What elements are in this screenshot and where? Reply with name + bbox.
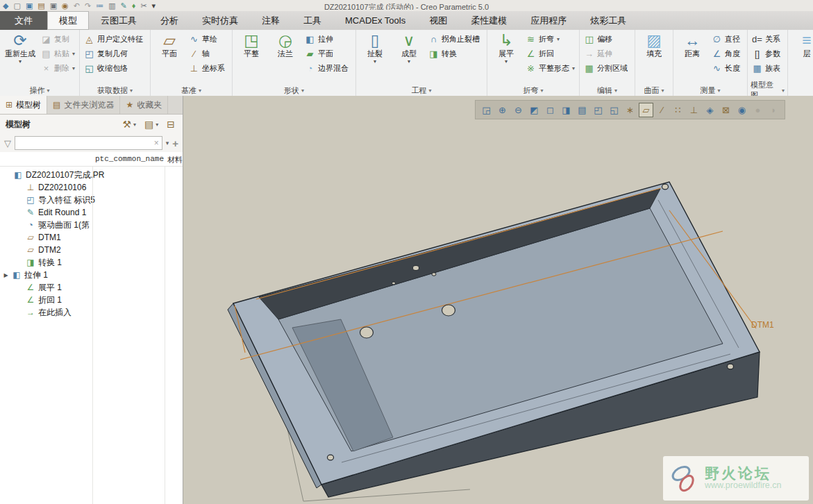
parameters-button[interactable]: [] 参数: [751, 48, 785, 60]
tab-analysis[interactable]: 分析: [149, 11, 190, 30]
family-table-button[interactable]: ▦ 族表: [751, 62, 785, 74]
datum-axis-button[interactable]: ∕ 轴: [187, 48, 229, 60]
form-button[interactable]: ∨ 成型 ▾: [393, 31, 425, 85]
dtm1-datum-label[interactable]: DTM1: [751, 320, 774, 330]
delete-button[interactable]: × 删除 ▾: [40, 62, 76, 74]
repaint-icon[interactable]: ◩: [527, 103, 542, 117]
tab-view[interactable]: 视图: [417, 11, 459, 30]
axis-display-icon[interactable]: ∕: [655, 103, 669, 117]
tree-filter-input[interactable]: ×: [15, 136, 162, 150]
diameter-button[interactable]: ∅ 直径: [710, 33, 744, 45]
flat-pattern-button[interactable]: ※ 平整形态 ▾: [524, 62, 576, 74]
flat-button[interactable]: ◳ 平整: [235, 31, 267, 85]
tree-edit-round-node[interactable]: ✎ Edit Round 1: [0, 206, 183, 219]
tab-flexible-modeling[interactable]: 柔性建模: [459, 11, 519, 30]
spin-center-icon[interactable]: ◈: [703, 103, 717, 117]
disabled-tool-1-icon[interactable]: ●: [751, 103, 765, 117]
nav-tab-model-tree[interactable]: ⊞ 模型树: [0, 96, 47, 114]
tree-csys-node[interactable]: ⊥ DZ20210106: [0, 181, 183, 194]
point-display-icon[interactable]: ∷: [671, 103, 685, 117]
tree-part-node[interactable]: ◧ DZ20210107完成.PR: [0, 169, 183, 181]
tree-display-options-button[interactable]: ▤ ▾: [144, 119, 158, 130]
tree-convert-node[interactable]: ◨ 转换 1: [0, 256, 183, 269]
distance-button[interactable]: ↔ 距离: [676, 31, 708, 85]
csys-display-icon[interactable]: ⊥: [687, 103, 701, 117]
sketch-button[interactable]: ∿ 草绘: [187, 33, 229, 45]
graphics-viewport[interactable]: DTM1 ◲⊕⊖◩◻◨▤◰◱∗▱∕∷⊥◈⊠◉●◗ 野火论坛 www.proewi…: [183, 96, 813, 504]
filter-dropdown-icon[interactable]: ▾: [166, 140, 169, 146]
tree-drive-surface-node[interactable]: ◔ 驱动曲面 1(第: [0, 219, 183, 231]
layers-button[interactable]: ≡ 层: [791, 31, 813, 85]
extrude-button[interactable]: ◧ 拉伸: [303, 33, 353, 45]
nav-tab-folder-browser[interactable]: ▤ 文件夹浏览器: [47, 96, 120, 114]
copy-geometry-button[interactable]: ◰ 复制几何: [83, 48, 147, 60]
corner-relief-button[interactable]: ∩ 拐角止裂槽: [427, 33, 484, 45]
tab-mcadex-tools[interactable]: MCADEx Tools: [333, 11, 417, 30]
regenerate-button[interactable]: ⟳ 重新生成 ▾: [3, 31, 37, 85]
tab-applications[interactable]: 应用程序: [519, 11, 578, 30]
boundary-blend-button[interactable]: ◔ 边界混合: [303, 62, 353, 74]
tab-live-simulation[interactable]: 实时仿真: [190, 11, 250, 30]
datum-plane-button[interactable]: ▱ 平面: [153, 31, 185, 85]
zoom-in-icon[interactable]: ⊕: [495, 103, 510, 117]
group-label-surface[interactable]: 曲面▾: [638, 85, 670, 96]
user-defined-feature-button[interactable]: ◬ 用户定义特征: [83, 33, 147, 45]
expand-arrow-icon[interactable]: ▶: [3, 272, 9, 278]
view-add-icon[interactable]: ◱: [607, 103, 621, 117]
bend-back-button[interactable]: ∠ 折回: [524, 48, 576, 60]
column-ptc-common-name[interactable]: ptc_common_name: [95, 155, 164, 163]
filter-add-button[interactable]: +: [172, 137, 178, 149]
annotation-display-icon[interactable]: ⊠: [719, 103, 733, 117]
fill-button[interactable]: ▨ 填充: [638, 31, 670, 85]
group-label-measure[interactable]: 测量▾: [676, 85, 744, 96]
group-label-get-data[interactable]: 获取数据▾: [83, 85, 147, 96]
shrinkwrap-button[interactable]: ◱ 收缩包络: [83, 62, 147, 74]
tab-tools[interactable]: 工具: [292, 11, 333, 30]
tree-column-toggle-button[interactable]: ⊟: [167, 119, 177, 130]
flatten-button[interactable]: ↳ 展平 ▾: [490, 31, 522, 85]
offset-button[interactable]: ◫ 偏移: [582, 33, 632, 45]
coordinate-system-button[interactable]: ⊥ 坐标系: [187, 62, 229, 74]
plane-display-icon[interactable]: ▱: [639, 103, 653, 117]
bend-button[interactable]: ≋ 折弯 ▾: [524, 33, 576, 45]
display-style-icon[interactable]: ◻: [543, 103, 558, 117]
paste-button[interactable]: ▤ 粘贴 ▾: [40, 48, 76, 60]
tree-bend-back-node[interactable]: ∠ 折回 1: [0, 294, 183, 306]
tree-dtm1-node[interactable]: ▱ DTM1: [0, 231, 183, 244]
disabled-tool-2-icon[interactable]: ◗: [766, 103, 781, 117]
datum-display-filters-icon[interactable]: ∗: [623, 103, 637, 117]
3d-model-canvas[interactable]: DTM1: [183, 96, 813, 504]
tab-colorful-tools[interactable]: 炫彩工具: [578, 11, 638, 30]
group-label-datum[interactable]: 基准▾: [153, 85, 229, 96]
tab-annotate[interactable]: 注释: [250, 11, 292, 30]
zoom-out-icon[interactable]: ⊖: [511, 103, 526, 117]
relations-button[interactable]: d= 关系: [751, 33, 785, 45]
tree-flatten-node[interactable]: ∠ 展平 1: [0, 281, 183, 294]
length-button[interactable]: ∿ 长度: [710, 62, 744, 74]
saved-orientations-icon[interactable]: ◨: [559, 103, 573, 117]
column-material[interactable]: 材料: [167, 155, 183, 165]
rip-button[interactable]: ▯ 扯裂 ▾: [359, 31, 391, 85]
zoom-fit-icon[interactable]: ◲: [479, 103, 494, 117]
tab-cloud-tools[interactable]: 云图工具: [89, 11, 149, 30]
planar-button[interactable]: ▰ 平面: [303, 48, 353, 60]
nav-tab-favorites[interactable]: ★ 收藏夹: [120, 96, 168, 114]
tab-model[interactable]: 模型: [47, 11, 89, 30]
tree-settings-button[interactable]: ⚒ ▾: [122, 119, 136, 130]
view-normal-icon[interactable]: ◰: [591, 103, 605, 117]
object-tracking-icon[interactable]: ◉: [735, 103, 749, 117]
group-label-edit[interactable]: 编辑▾: [582, 85, 632, 96]
group-label-bend[interactable]: 折弯▾: [490, 85, 576, 96]
flange-button[interactable]: ◶ 法兰: [269, 31, 301, 85]
tree-dtm2-node[interactable]: ▱ DTM2: [0, 244, 183, 256]
group-label-operations[interactable]: 操作▾: [3, 85, 76, 96]
filter-clear-icon[interactable]: ×: [154, 138, 159, 148]
tab-file[interactable]: 文件: [0, 11, 47, 30]
split-area-button[interactable]: ▦ 分割区域: [582, 62, 632, 74]
convert-button[interactable]: ◨ 转换: [427, 48, 484, 60]
angle-button[interactable]: ∠ 角度: [710, 48, 744, 60]
view-manager-icon[interactable]: ▤: [575, 103, 589, 117]
tree-import-feature-node[interactable]: ◰ 导入特征 标识5: [0, 194, 183, 206]
group-label-engineering[interactable]: 工程▾: [359, 85, 484, 96]
group-label-model-intent[interactable]: 模型意图▾: [751, 85, 785, 96]
